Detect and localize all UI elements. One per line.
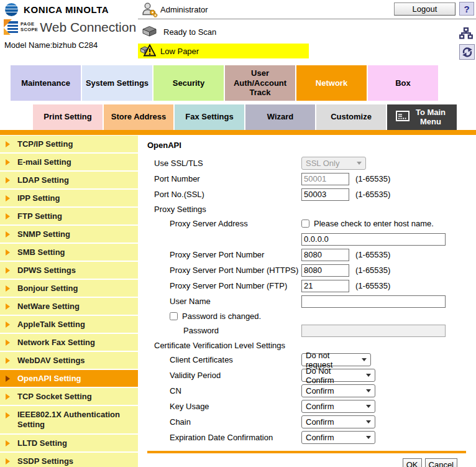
chevron-down-icon <box>357 162 362 165</box>
warning-status-banner: Low Paper <box>138 44 309 58</box>
arrow-icon <box>6 394 10 400</box>
pagescope-logo-icon <box>4 19 19 35</box>
low-paper-warning-icon <box>140 44 156 59</box>
page-header: KONICA MINOLTA PAGESCOPE Web Connection … <box>0 0 476 63</box>
sidebar-item-tcp-socket-setting[interactable]: TCP Socket Setting <box>0 388 138 405</box>
tab-maintenance[interactable]: Maintenance <box>11 65 81 101</box>
device-status-row: Ready to Scan <box>141 25 216 39</box>
product-name: Web Connection <box>40 20 136 35</box>
tab-to-main-menu[interactable]: To Main Menu <box>387 104 457 130</box>
refresh-button[interactable] <box>459 44 475 60</box>
tab-security[interactable]: Security <box>153 65 224 101</box>
sidebar-item-webdav-settings[interactable]: WebDAV Settings <box>0 352 138 369</box>
arrow-icon <box>6 340 10 346</box>
arrow-icon <box>6 195 10 201</box>
sidebar-item-ftp-setting[interactable]: FTP Setting <box>0 208 138 224</box>
settings-sidebar: TCP/IP Setting E-mail Setting LDAP Setti… <box>0 135 138 467</box>
arrow-icon <box>6 358 10 364</box>
arrow-icon <box>6 231 10 238</box>
brand-name: KONICA MINOLTA <box>24 4 109 15</box>
primary-nav: Maintenance System Settings Security Use… <box>0 65 476 101</box>
sidebar-item-ssdp-settings[interactable]: SSDP Settings <box>0 453 138 467</box>
client-certificates-label: Client Certificates <box>147 355 301 364</box>
arrow-icon <box>6 267 10 274</box>
proxy-port-ftp-input[interactable] <box>301 280 349 292</box>
sidebar-item-smb-setting[interactable]: SMB Setting <box>0 244 138 261</box>
sidebar-item-snmp-setting[interactable]: SNMP Setting <box>0 226 138 243</box>
client-certificates-select[interactable]: Do not request <box>301 353 371 366</box>
logout-button[interactable]: Logout <box>394 2 455 16</box>
scanner-icon <box>141 25 158 39</box>
tab-customize[interactable]: Customize <box>316 104 386 130</box>
port-number-input[interactable] <box>301 173 349 185</box>
chain-label: Chain <box>147 417 301 427</box>
tab-print-setting[interactable]: Print Setting <box>33 104 103 130</box>
port-ssl-range-hint: (1-65535) <box>355 190 390 199</box>
port-ssl-input[interactable] <box>301 188 349 201</box>
chevron-down-icon <box>362 358 367 361</box>
arrow-icon <box>6 159 10 165</box>
password-input[interactable] <box>301 325 446 337</box>
cancel-button[interactable]: Cancel <box>425 458 457 467</box>
sidebar-item-appletalk-setting[interactable]: AppleTalk Setting <box>0 316 138 333</box>
proxy-port-https-input[interactable] <box>301 264 349 277</box>
sidebar-item-bonjour-setting[interactable]: Bonjour Setting <box>0 280 138 297</box>
form-bottom-divider <box>147 451 466 453</box>
tab-store-address[interactable]: Store Address <box>104 104 173 130</box>
chevron-down-icon <box>366 420 371 423</box>
key-usage-select[interactable]: Confirm <box>301 400 375 413</box>
tab-user-auth-account-track[interactable]: User Auth/Account Track <box>225 65 295 101</box>
network-topology-icon[interactable] <box>459 27 473 41</box>
tab-box[interactable]: Box <box>368 65 438 101</box>
chevron-down-icon <box>366 389 371 392</box>
tab-system-settings[interactable]: System Settings <box>82 65 152 101</box>
tab-to-main-menu-label: To Main Menu <box>413 108 448 127</box>
ok-button[interactable]: OK <box>403 458 422 467</box>
arrow-icon <box>6 213 10 220</box>
validity-period-select[interactable]: Do Not Confirm <box>301 369 375 382</box>
arrow-icon <box>6 412 10 418</box>
cn-select[interactable]: Confirm <box>301 384 375 397</box>
sidebar-item-lltd-setting[interactable]: LLTD Setting <box>0 435 138 451</box>
sidebar-item-openapi-setting[interactable]: OpenAPI Setting <box>0 370 138 387</box>
sidebar-item-ipp-setting[interactable]: IPP Setting <box>0 190 138 206</box>
sidebar-item-netware-setting[interactable]: NetWare Setting <box>0 298 138 315</box>
sidebar-item-network-fax-setting[interactable]: Network Fax Setting <box>0 334 138 351</box>
warning-status-text: Low Paper <box>160 47 199 56</box>
arrow-icon <box>6 249 10 256</box>
arrow-icon <box>6 141 10 147</box>
chain-select[interactable]: Confirm <box>301 415 375 428</box>
pagescope-wordmark: PAGESCOPE <box>21 22 38 32</box>
page-title: OpenAPI <box>147 141 476 150</box>
password-changed-checkbox[interactable] <box>170 312 178 320</box>
secondary-nav: Print Setting Store Address Fax Settings… <box>0 104 476 130</box>
tab-network[interactable]: Network <box>296 65 367 101</box>
proxy-port-range-hint: (1-65535) <box>355 250 390 259</box>
form-button-row: OK Cancel <box>147 458 466 467</box>
sidebar-item-ieee8021x-authentication-setting[interactable]: IEEE802.1X Authentication Setting <box>0 406 138 433</box>
device-status-text: Ready to Scan <box>163 27 216 37</box>
sidebar-item-ldap-setting[interactable]: LDAP Setting <box>0 172 138 188</box>
password-label: Password <box>147 326 301 335</box>
proxy-server-address-input[interactable] <box>301 233 446 246</box>
sidebar-item-dpws-settings[interactable]: DPWS Settings <box>0 262 138 279</box>
enter-host-name-label: Please check to enter host name. <box>314 219 434 228</box>
validity-period-label: Validity Period <box>147 371 301 380</box>
expiration-date-confirmation-select[interactable]: Confirm <box>301 431 375 444</box>
admin-row: Administrator Logout ? <box>138 0 476 19</box>
expiration-date-confirmation-label: Expiration Date Confirmation <box>147 433 301 442</box>
enter-host-name-checkbox[interactable] <box>301 220 309 228</box>
sidebar-item-email-setting[interactable]: E-mail Setting <box>0 154 138 170</box>
cn-label: CN <box>147 386 301 395</box>
help-button[interactable]: ? <box>459 2 474 16</box>
chevron-down-icon <box>366 374 371 377</box>
sidebar-item-tcpip-setting[interactable]: TCP/IP Setting <box>0 136 138 152</box>
tab-wizard[interactable]: Wizard <box>245 104 315 130</box>
proxy-settings-section-label: Proxy Settings <box>147 205 206 214</box>
use-ssl-label: Use SSL/TLS <box>147 159 301 168</box>
use-ssl-select[interactable]: SSL Only <box>301 157 366 170</box>
arrow-icon <box>6 177 10 183</box>
proxy-port-input[interactable] <box>301 249 349 261</box>
user-name-input[interactable] <box>301 295 446 308</box>
tab-fax-settings[interactable]: Fax Settings <box>175 104 244 130</box>
